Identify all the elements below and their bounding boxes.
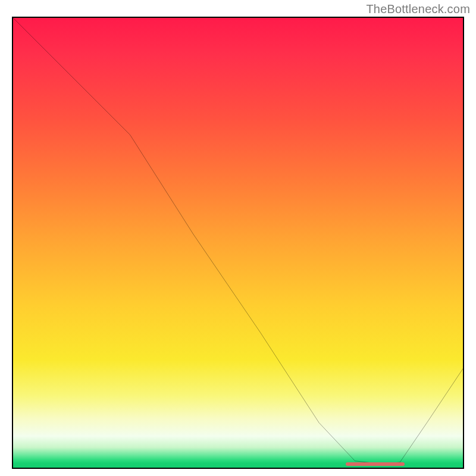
attribution-text: TheBottleneck.com [366, 2, 470, 16]
optimal-zone-marker [346, 462, 404, 466]
plot-area [12, 17, 464, 469]
chart-container: TheBottleneck.com [0, 0, 476, 476]
bottleneck-curve [13, 18, 463, 468]
